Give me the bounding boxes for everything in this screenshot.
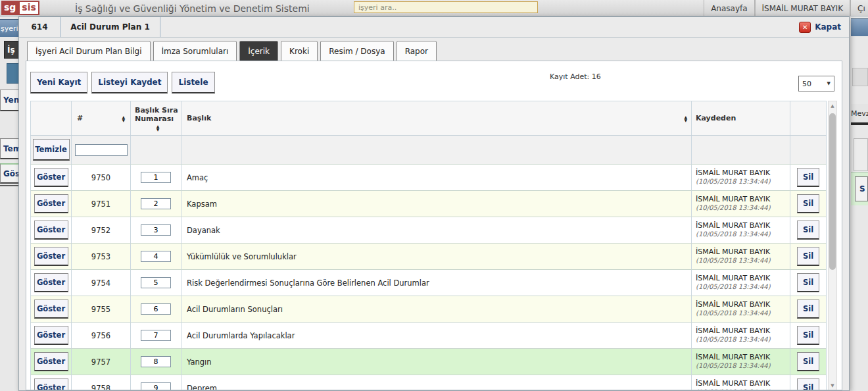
table-row: Göster9753Yükümlülük ve SorumluluklarİSM… xyxy=(30,244,827,270)
row-order-cell xyxy=(131,191,181,217)
bg-tab-is[interactable]: İş xyxy=(4,41,20,59)
modal-record-id: 614 xyxy=(19,17,60,37)
row-actions-cell: Göster xyxy=(30,349,72,375)
delete-button[interactable]: Sil xyxy=(797,352,819,371)
bg-yeni-button[interactable]: Yen xyxy=(0,90,20,111)
saved-by-name: İSMAİL MURAT BAYIK xyxy=(696,300,771,309)
clear-filter-button[interactable]: Temizle xyxy=(33,139,70,161)
page-size-value: 50 xyxy=(802,80,811,88)
sort-icon[interactable]: ▲▼ xyxy=(157,124,160,131)
row-actions-cell: Göster xyxy=(30,217,72,244)
order-input[interactable] xyxy=(141,277,171,288)
row-saved-by-cell: İSMAİL MURAT BAYIK(10/05/2018 13:34:44) xyxy=(692,165,790,191)
bg-sil-button-right[interactable]: S xyxy=(855,176,868,201)
order-input[interactable] xyxy=(141,356,171,367)
header-id[interactable]: # ▲▼ xyxy=(72,101,131,136)
row-delete-cell: Sil xyxy=(790,244,827,270)
row-id-cell: 9754 xyxy=(72,270,131,296)
row-actions-cell: Göster xyxy=(30,296,72,323)
tab-rapor[interactable]: Rapor xyxy=(397,41,437,62)
show-button[interactable]: Göster xyxy=(34,378,68,390)
delete-button[interactable]: Sil xyxy=(797,300,819,319)
row-order-cell xyxy=(131,349,181,375)
saved-by-name: İSMAİL MURAT BAYIK xyxy=(696,379,771,388)
nav-home-link[interactable]: Anasayfa xyxy=(704,0,754,16)
scrollbar-thumb[interactable] xyxy=(829,113,836,270)
list-button[interactable]: Listele xyxy=(172,72,214,93)
show-button[interactable]: Göster xyxy=(34,326,68,345)
order-input[interactable] xyxy=(141,330,171,341)
new-record-button[interactable]: Yeni Kayıt xyxy=(30,72,87,93)
row-actions-cell: Göster xyxy=(30,244,72,270)
scroll-down-icon[interactable]: ▼ xyxy=(829,381,836,390)
app-title: İş Sağlığı ve Güvenliği Yönetim ve Denet… xyxy=(75,3,310,14)
show-button[interactable]: Göster xyxy=(34,300,68,319)
row-id-cell: 9750 xyxy=(72,165,131,191)
save-list-button[interactable]: Listeyi Kaydet xyxy=(91,72,168,93)
row-saved-by-cell: İSMAİL MURAT BAYIK(10/05/2018 13:34:44) xyxy=(692,244,790,270)
delete-button[interactable]: Sil xyxy=(797,194,819,213)
nav-logout-link[interactable]: Çı xyxy=(850,0,868,16)
order-input[interactable] xyxy=(141,303,171,315)
filter-actions-cell: Temizle xyxy=(30,136,72,165)
page-size-select[interactable]: 50 ▼ xyxy=(798,76,834,91)
header-saved-by: Kaydeden xyxy=(692,101,790,136)
id-filter-input[interactable] xyxy=(75,144,128,156)
sort-icon[interactable]: ▲▼ xyxy=(122,115,125,122)
row-title-cell: Kapsam xyxy=(181,191,692,217)
vertical-scrollbar[interactable]: ▲ ▼ xyxy=(828,101,837,390)
tab-i-mza-sorumlular-[interactable]: İmza Sorumluları xyxy=(153,41,237,62)
bg-gray-block-right xyxy=(852,68,868,86)
show-button[interactable]: Göster xyxy=(34,221,68,240)
saved-at-timestamp: (10/05/2018 13:34:44) xyxy=(696,204,771,213)
bg-temizle-button[interactable]: Tem xyxy=(0,138,20,159)
filter-title-cell xyxy=(181,136,692,165)
nav-user-link[interactable]: İSMAİL MURAT BAYIK xyxy=(755,0,850,16)
order-input[interactable] xyxy=(141,251,171,262)
order-input[interactable] xyxy=(141,224,171,236)
header-title[interactable]: Başlık ▲▼ xyxy=(181,101,692,136)
tab-content-panel: Yeni Kayıt Listeyi Kaydet Listele Kayıt … xyxy=(26,61,842,390)
delete-button[interactable]: Sil xyxy=(797,273,819,292)
row-actions-cell: Göster xyxy=(30,191,72,217)
row-delete-cell: Sil xyxy=(790,270,827,296)
delete-button[interactable]: Sil xyxy=(797,378,819,390)
scroll-up-icon[interactable]: ▲ xyxy=(829,101,836,111)
table-row: Göster9754Risk Değerlendirmesi Sonuçları… xyxy=(30,270,827,296)
delete-button[interactable]: Sil xyxy=(797,326,819,345)
row-id-cell: 9757 xyxy=(72,349,131,375)
row-id-cell: 9755 xyxy=(72,296,131,323)
show-button[interactable]: Göster xyxy=(34,352,68,371)
bg-goster-button[interactable]: Gös xyxy=(0,163,20,184)
row-id-cell: 9752 xyxy=(72,217,131,244)
sgsis-logo[interactable]: sg sis xyxy=(1,1,39,15)
saved-by-name: İSMAİL MURAT BAYIK xyxy=(696,274,771,283)
show-button[interactable]: Göster xyxy=(34,168,68,187)
tab-i-erik[interactable]: İçerik xyxy=(239,41,278,62)
sort-icon[interactable]: ▲▼ xyxy=(684,115,687,122)
order-input[interactable] xyxy=(141,382,171,390)
table-body: Göster9750AmaçİSMAİL MURAT BAYIK(10/05/2… xyxy=(30,165,827,390)
show-button[interactable]: Göster xyxy=(34,247,68,266)
tab-kroki[interactable]: Kroki xyxy=(281,41,318,62)
delete-button[interactable]: Sil xyxy=(797,247,819,266)
show-button[interactable]: Göster xyxy=(34,194,68,213)
header-order[interactable]: Başlık Sıra Numarası ▲▼ xyxy=(131,101,181,136)
search-input[interactable] xyxy=(354,1,538,13)
tab-resim-dosya[interactable]: Resim / Dosya xyxy=(320,41,393,62)
saved-at-timestamp: (10/05/2018 13:34:44) xyxy=(696,388,771,390)
bg-tab-isyeri[interactable]: şyeri xyxy=(0,19,20,37)
row-order-cell xyxy=(131,217,181,244)
delete-button[interactable]: Sil xyxy=(797,221,819,240)
tab-i-yeri-acil-durum-plan-bilgi[interactable]: İşyeri Acil Durum Plan Bilgi xyxy=(27,41,151,62)
close-icon[interactable]: ✕ xyxy=(799,22,811,33)
record-count-label: Kayıt Adet: 16 xyxy=(550,72,601,81)
order-input[interactable] xyxy=(141,172,171,183)
saved-by-name: İSMAİL MURAT BAYIK xyxy=(696,353,771,362)
close-button[interactable]: ✕ Kapat xyxy=(799,17,849,37)
delete-button[interactable]: Sil xyxy=(797,168,819,187)
bg-tab-mevzuat[interactable]: Mevzu xyxy=(851,104,868,122)
order-input[interactable] xyxy=(141,198,171,209)
show-button[interactable]: Göster xyxy=(34,273,68,292)
modal-tabs: İşyeri Acil Durum Plan Bilgiİmza Sorumlu… xyxy=(19,38,849,62)
